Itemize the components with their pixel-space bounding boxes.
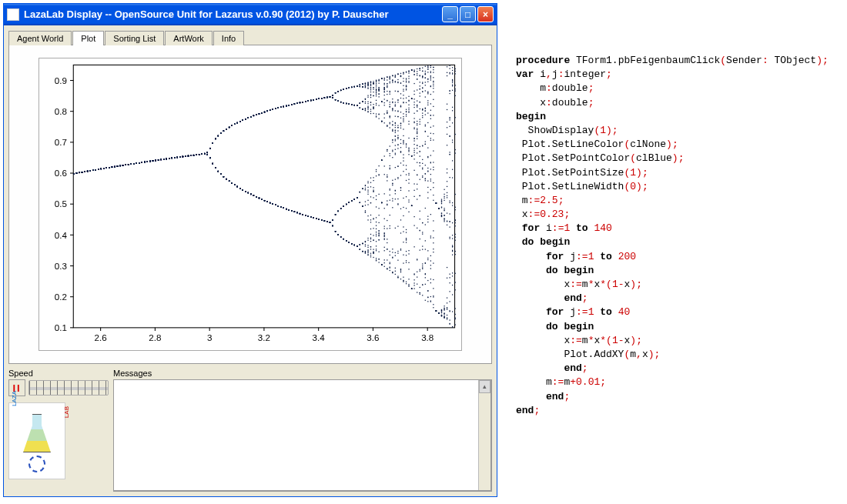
svg-rect-4411 xyxy=(370,186,371,187)
tab-plot[interactable]: Plot xyxy=(72,31,104,45)
svg-rect-4433 xyxy=(373,180,373,181)
svg-rect-5296 xyxy=(430,109,431,110)
svg-rect-1512 xyxy=(172,157,172,158)
svg-rect-5175 xyxy=(422,249,423,249)
svg-rect-4740 xyxy=(392,124,393,125)
svg-rect-5261 xyxy=(427,72,428,72)
svg-rect-5288 xyxy=(430,282,431,283)
svg-rect-1672 xyxy=(182,156,183,157)
svg-rect-5233 xyxy=(427,112,428,113)
svg-rect-5200 xyxy=(425,124,426,125)
minimize-button[interactable]: _ xyxy=(442,6,458,22)
speed-column: Speed II LAZA LAB xyxy=(8,369,109,492)
svg-rect-4862 xyxy=(400,162,401,163)
client-area: Agent World Plot Sorting List ArtWork In… xyxy=(4,25,497,496)
svg-rect-5196 xyxy=(425,299,426,300)
svg-rect-5036 xyxy=(413,150,414,151)
speed-slider[interactable] xyxy=(28,380,109,396)
svg-rect-4513 xyxy=(379,208,380,209)
tab-agent-world[interactable]: Agent World xyxy=(8,31,72,45)
svg-rect-3711 xyxy=(321,219,322,220)
speed-label: Speed xyxy=(8,369,109,378)
svg-rect-4706 xyxy=(390,105,390,106)
svg-rect-2672 xyxy=(250,116,251,117)
svg-rect-5112 xyxy=(417,105,417,106)
svg-rect-1112 xyxy=(144,161,145,162)
svg-rect-4652 xyxy=(387,94,387,95)
svg-rect-4604 xyxy=(384,98,385,99)
svg-rect-5523 xyxy=(450,273,450,274)
svg-rect-4758 xyxy=(395,110,396,111)
svg-rect-5471 xyxy=(447,319,447,319)
svg-rect-5459 xyxy=(447,307,447,308)
svg-rect-4935 xyxy=(406,89,407,90)
svg-rect-4429 xyxy=(370,246,371,247)
svg-rect-5150 xyxy=(420,162,420,163)
svg-rect-4789 xyxy=(395,255,396,255)
svg-rect-4883 xyxy=(403,140,403,141)
svg-rect-4623 xyxy=(384,235,385,236)
svg-rect-5147 xyxy=(420,195,420,195)
svg-rect-4669 xyxy=(387,149,387,150)
svg-rect-2751 xyxy=(256,196,256,197)
svg-rect-5058 xyxy=(413,148,414,149)
svg-rect-4602 xyxy=(384,84,385,85)
titlebar[interactable]: LazaLab Display -- OpenSource Unit for L… xyxy=(4,4,497,25)
svg-rect-5093 xyxy=(417,131,417,132)
svg-rect-2272 xyxy=(223,130,224,131)
svg-rect-4470 xyxy=(373,82,373,83)
svg-rect-4632 xyxy=(384,102,385,103)
svg-rect-4871 xyxy=(400,82,401,83)
svg-rect-4987 xyxy=(408,154,409,155)
svg-text:2.6: 2.6 xyxy=(95,332,107,342)
svg-rect-5505 xyxy=(450,152,450,152)
svg-rect-5071 xyxy=(413,155,414,155)
svg-rect-4887 xyxy=(403,197,403,198)
maximize-button[interactable]: □ xyxy=(460,6,476,22)
svg-rect-5503 xyxy=(450,135,450,136)
svg-rect-5223 xyxy=(425,110,426,111)
svg-rect-4986 xyxy=(408,121,409,122)
svg-rect-4689 xyxy=(390,169,390,169)
svg-rect-4839 xyxy=(400,279,401,279)
svg-rect-5327 xyxy=(433,237,434,238)
svg-rect-4931 xyxy=(406,281,407,282)
svg-rect-4347 xyxy=(365,212,366,212)
svg-rect-3869 xyxy=(332,225,333,225)
plot-area[interactable]: 2.62.833.23.43.63.80.10.20.30.40.50.60.7… xyxy=(38,58,462,351)
svg-rect-3511 xyxy=(308,215,309,216)
svg-rect-4388 xyxy=(367,83,368,84)
svg-rect-4903 xyxy=(403,262,403,263)
svg-rect-4827 xyxy=(397,137,398,138)
tab-info[interactable]: Info xyxy=(213,31,244,45)
close-button[interactable]: × xyxy=(477,6,494,22)
svg-rect-5589 xyxy=(455,236,456,237)
scrollbar[interactable] xyxy=(478,380,490,490)
svg-rect-4410 xyxy=(370,108,371,109)
svg-rect-352 xyxy=(92,169,93,170)
svg-rect-5484 xyxy=(447,127,447,128)
svg-rect-4069 xyxy=(346,240,346,241)
svg-rect-4484 xyxy=(376,99,377,100)
svg-rect-4691 xyxy=(390,228,390,229)
messages-box[interactable] xyxy=(113,379,492,492)
tab-sorting-list[interactable]: Sorting List xyxy=(105,31,164,45)
svg-rect-5106 xyxy=(417,283,417,284)
svg-rect-5182 xyxy=(422,176,423,177)
svg-rect-4417 xyxy=(370,256,371,257)
svg-rect-2392 xyxy=(231,125,232,125)
svg-rect-5085 xyxy=(417,271,417,272)
tab-artwork[interactable]: ArtWork xyxy=(165,31,213,45)
svg-rect-4730 xyxy=(392,129,393,129)
app-window: LazaLab Display -- OpenSource Unit for L… xyxy=(3,3,497,497)
svg-rect-5344 xyxy=(433,80,434,81)
svg-rect-4625 xyxy=(384,232,385,233)
svg-rect-5470 xyxy=(447,197,447,198)
svg-rect-5094 xyxy=(417,133,417,134)
svg-rect-4709 xyxy=(390,263,390,264)
svg-rect-3631 xyxy=(316,218,316,219)
svg-rect-4976 xyxy=(408,190,409,191)
svg-rect-5061 xyxy=(413,74,414,75)
svg-rect-5289 xyxy=(430,139,431,140)
svg-rect-4725 xyxy=(392,252,393,252)
